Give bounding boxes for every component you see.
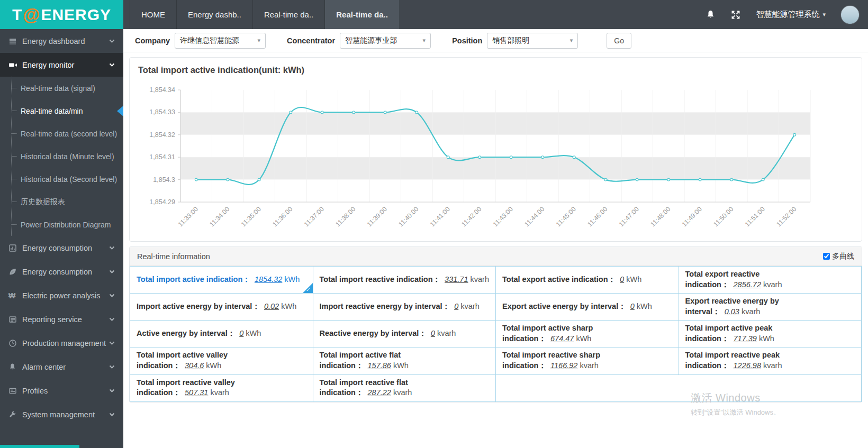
cell-label: Total export active indication：: [502, 275, 616, 284]
submenu-item-realtime-min[interactable]: Real-time data/min: [0, 99, 123, 122]
cell-unit: kvarh: [739, 307, 761, 316]
submenu-item-historical-minute[interactable]: Historical data (Minute level): [0, 145, 123, 168]
table-cell[interactable]: Export reactive energy by interval： 0.03…: [679, 294, 862, 321]
table-cell[interactable]: Total import reactive indication： 331.71…: [313, 267, 496, 294]
main-content: Company 许继信息智慧能源 ▾ Concentrator 智慧能源事业部 …: [123, 29, 868, 448]
table-cell[interactable]: Total import reactive sharp indication： …: [496, 348, 679, 374]
go-button[interactable]: Go: [607, 33, 631, 49]
system-title: 智慧能源管理系统: [756, 10, 819, 20]
company-label: Company: [135, 36, 170, 45]
svg-text:11:41:00: 11:41:00: [429, 205, 451, 228]
active-item-marker-icon: [117, 106, 123, 116]
table-cell[interactable]: Import active energy by interval： 0.02 k…: [130, 294, 313, 321]
concentrator-select[interactable]: 智慧能源事业部 ▾: [340, 33, 431, 49]
submenu-item-realtime-signal[interactable]: Real-time data (signal): [0, 77, 123, 99]
sidebar-item-energy-consumption-1[interactable]: Energy consumption: [0, 236, 123, 260]
logo-at-icon: @: [23, 5, 40, 25]
tab-realtime-1[interactable]: Real-time da..: [253, 0, 325, 29]
sidebar-item-energy-dashboard[interactable]: Energy dashboard: [0, 29, 123, 53]
cell-unit: kWh: [757, 334, 774, 343]
cell-unit: kWh: [635, 302, 652, 310]
table-cell[interactable]: Total import active indication： 1854.32 …: [130, 267, 313, 294]
user-menu[interactable]: 智慧能源管理系统 ▾: [756, 10, 826, 20]
table-cell[interactable]: Total export active indication： 0 kWh: [496, 267, 679, 294]
notification-bell-icon[interactable]: [706, 10, 716, 20]
svg-text:1,854.32: 1,854.32: [149, 131, 175, 139]
realtime-table: Total import active indication： 1854.32 …: [130, 266, 862, 402]
energy-monitor-submenu: Real-time data (signal) Real-time data/m…: [0, 77, 123, 236]
sidebar-item-energy-consumption-2[interactable]: Energy consumption: [0, 260, 123, 284]
company-select[interactable]: 许继信息智慧能源 ▾: [175, 33, 266, 49]
cell-value: 1226.98: [734, 361, 761, 370]
position-select-value: 销售部照明: [492, 36, 529, 45]
cell-value: 0: [620, 275, 624, 284]
table-cell[interactable]: Active energy by interval： 0 kWh: [130, 321, 313, 348]
sidebar-item-electric-power-analysis[interactable]: ₩ Electric power analysis: [0, 284, 123, 307]
svg-text:11:40:00: 11:40:00: [397, 205, 420, 228]
sidebar: Energy dashboard Energy monitor Real-tim…: [0, 29, 123, 448]
cell-label: Export active energy by interval：: [502, 302, 626, 310]
fullscreen-expand-icon[interactable]: [730, 10, 741, 20]
top-bar: T@ENERGY HOME Energy dashb.. Real-time d…: [0, 0, 868, 29]
chevron-down-icon: [109, 270, 115, 274]
table-cell[interactable]: Total import reactive peak indication： 1…: [679, 348, 862, 374]
cell-value: 157.86: [368, 361, 391, 370]
cell-label: Total import reactive indication：: [320, 275, 441, 284]
table-cell[interactable]: Total import reactive flat indication： 2…: [313, 374, 496, 401]
sidebar-item-reporting-service[interactable]: Reporting service: [0, 307, 123, 331]
table-cell[interactable]: [496, 374, 862, 401]
sidebar-item-alarm-center[interactable]: Alarm center: [0, 355, 123, 379]
tab-home[interactable]: HOME: [130, 0, 177, 29]
table-cell[interactable]: Reactive energy by interval： 0 kvarh: [313, 321, 496, 348]
submenu-item-history-report[interactable]: 历史数据报表: [0, 190, 123, 213]
cell-unit: kvarh: [391, 388, 412, 397]
position-select[interactable]: 销售部照明 ▾: [487, 33, 578, 49]
table-cell[interactable]: Total import reactive valley indication：…: [130, 374, 313, 401]
cell-value: 0: [630, 302, 635, 310]
svg-text:11:44:00: 11:44:00: [523, 205, 546, 228]
sidebar-item-system-management[interactable]: System management: [0, 403, 123, 426]
chevron-down-icon: [109, 294, 115, 298]
sidebar-item-production-management[interactable]: Production management: [0, 331, 123, 355]
sidebar-item-label: Energy consumption: [22, 268, 92, 276]
table-cell[interactable]: Total import active peak indication： 717…: [679, 321, 862, 348]
line-chart[interactable]: 1,854.291,854.31,854.311,854.321,854.331…: [137, 79, 817, 238]
svg-text:11:51:00: 11:51:00: [744, 205, 766, 228]
table-cell[interactable]: Total import active valley indication： 3…: [130, 348, 313, 374]
submenu-item-power-distribution[interactable]: Power Distribution Diagram: [0, 213, 123, 236]
chevron-down-icon: ▾: [570, 37, 573, 44]
cell-unit: kvarh: [761, 361, 782, 370]
tab-realtime-2[interactable]: Real-time da..: [325, 0, 400, 29]
svg-text:11:42:00: 11:42:00: [460, 205, 483, 228]
sidebar-item-profiles[interactable]: Profiles: [0, 379, 123, 403]
bell-icon: [8, 363, 22, 371]
svg-text:1,854.34: 1,854.34: [149, 86, 175, 94]
cell-unit: kvarh: [458, 302, 480, 310]
table-cell[interactable]: Total import active sharp indication： 67…: [496, 321, 679, 348]
cell-value: 287.22: [368, 388, 391, 397]
multi-curve-checkbox[interactable]: [823, 253, 830, 260]
multi-curve-label[interactable]: 多曲线: [832, 252, 854, 261]
table-row: Total import active indication： 1854.32 …: [130, 267, 862, 294]
submenu-label: Historical data (Second level): [21, 175, 117, 184]
sidebar-item-label: System management: [22, 410, 95, 419]
chevron-down-icon: [109, 341, 115, 345]
table-cell[interactable]: Total import active flat indication： 157…: [313, 348, 496, 374]
sidebar-item-label: Energy dashboard: [22, 37, 85, 45]
cell-unit: kvarh: [577, 361, 599, 370]
cell-value: 304.6: [185, 361, 204, 370]
tab-energy-dashboard[interactable]: Energy dashb..: [177, 0, 253, 29]
chevron-down-icon: [109, 63, 115, 67]
cell-unit: kWh: [282, 275, 300, 284]
submenu-item-realtime-second[interactable]: Real-time data (second level): [0, 122, 123, 145]
table-cell[interactable]: Import reactive energy by interval： 0 kv…: [313, 294, 496, 321]
sidebar-item-energy-monitor[interactable]: Energy monitor: [0, 53, 123, 77]
svg-text:11:33:00: 11:33:00: [177, 205, 200, 228]
submenu-label: Real-time data/min: [21, 107, 83, 115]
table-cell[interactable]: Export active energy by interval： 0 kWh: [496, 294, 679, 321]
avatar[interactable]: [840, 5, 860, 24]
submenu-label: 历史数据报表: [21, 197, 65, 207]
check-icon: ✓: [306, 286, 310, 294]
submenu-item-historical-second[interactable]: Historical data (Second level): [0, 168, 123, 190]
table-cell[interactable]: Total export reactive indication： 2856.7…: [679, 267, 862, 294]
